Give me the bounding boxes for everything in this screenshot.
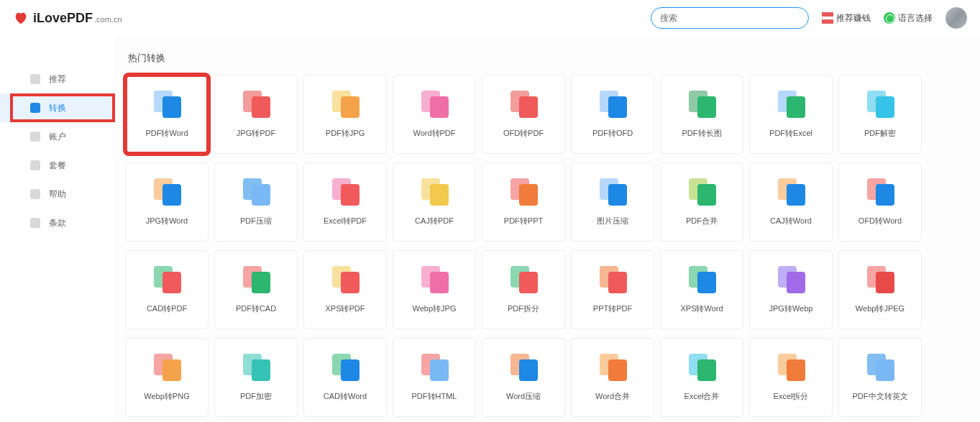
- card-label: PDF转长图: [682, 128, 722, 139]
- main-content[interactable]: 热门转换 PDF转WordJPG转PDFPDF转JPGWord转PDFOFD转P…: [115, 36, 980, 422]
- convert-card[interactable]: Excel转PDF: [303, 162, 387, 242]
- file-convert-icon: [418, 178, 450, 204]
- sidebar-item-help[interactable]: 帮助: [0, 180, 115, 208]
- convert-card[interactable]: PDF中文转英文: [838, 338, 922, 417]
- recommend-icon: [30, 74, 40, 84]
- card-label: Word转PDF: [413, 128, 455, 139]
- convert-card[interactable]: Excel拆分: [749, 338, 833, 417]
- card-label: PDF转HTML: [412, 391, 457, 402]
- file-convert-icon: [597, 178, 628, 204]
- card-label: PDF拆分: [508, 303, 539, 314]
- sidebar-item-label: 条款: [49, 217, 66, 229]
- file-convert-icon: [597, 354, 628, 380]
- convert-card[interactable]: Word转PDF: [393, 75, 476, 154]
- card-label: JPG转PDF: [237, 128, 275, 139]
- card-label: Webp转JPEG: [856, 303, 905, 314]
- convert-card[interactable]: Word压缩: [482, 338, 565, 417]
- card-label: PDF加密: [240, 391, 272, 402]
- file-convert-icon: [329, 354, 361, 380]
- convert-card[interactable]: JPG转Word: [125, 162, 209, 242]
- sidebar-item-label: 转换: [49, 102, 66, 114]
- convert-card[interactable]: PDF加密: [214, 338, 298, 417]
- convert-card[interactable]: PDF解密: [838, 75, 922, 154]
- card-label: PDF转CAD: [236, 303, 276, 314]
- file-convert-icon: [686, 91, 718, 116]
- card-label: CAJ转Word: [770, 216, 812, 226]
- convert-card[interactable]: JPG转Webp: [749, 250, 833, 329]
- sidebar-item-convert[interactable]: 转换: [0, 93, 115, 122]
- conversion-grid: PDF转WordJPG转PDFPDF转JPGWord转PDFOFD转PDFPDF…: [125, 75, 970, 417]
- card-label: OFD转PDF: [503, 128, 544, 139]
- file-convert-icon: [775, 354, 807, 380]
- convert-card[interactable]: Webp转PNG: [125, 338, 209, 417]
- referral-link[interactable]: 推荐赚钱: [822, 12, 871, 24]
- convert-card[interactable]: PDF转PPT: [482, 162, 565, 242]
- card-label: PDF压缩: [240, 216, 272, 226]
- convert-card[interactable]: PPT转PDF: [571, 250, 654, 329]
- file-convert-icon: [240, 354, 272, 380]
- file-convert-icon: [775, 178, 807, 204]
- convert-icon: [30, 103, 40, 113]
- file-convert-icon: [775, 91, 807, 116]
- card-label: PDF转PPT: [504, 216, 543, 226]
- convert-card[interactable]: Word合并: [571, 338, 654, 417]
- file-convert-icon: [418, 354, 450, 380]
- plan-icon: [30, 160, 40, 170]
- globe-icon: [884, 12, 895, 24]
- card-label: PDF解密: [864, 128, 896, 139]
- file-convert-icon: [597, 266, 628, 292]
- card-label: JPG转Word: [146, 216, 188, 226]
- card-label: CAD转Word: [324, 391, 367, 402]
- card-label: PDF转Word: [145, 128, 188, 139]
- search-input[interactable]: [660, 13, 800, 23]
- file-convert-icon: [418, 91, 450, 116]
- sidebar-item-recommend[interactable]: 推荐: [0, 65, 115, 93]
- avatar[interactable]: [945, 7, 967, 29]
- convert-card[interactable]: PDF压缩: [214, 162, 298, 242]
- file-convert-icon: [864, 91, 896, 116]
- language-selector[interactable]: 语言选择: [884, 12, 933, 24]
- file-convert-icon: [508, 178, 539, 204]
- convert-card[interactable]: PDF拆分: [482, 250, 565, 329]
- sidebar-item-account[interactable]: 账户: [0, 122, 115, 151]
- convert-card[interactable]: CAD转PDF: [125, 250, 209, 329]
- search-box[interactable]: [651, 7, 809, 29]
- file-convert-icon: [240, 266, 272, 292]
- convert-card[interactable]: PDF转长图: [660, 75, 743, 154]
- convert-card[interactable]: PDF转JPG: [303, 75, 387, 154]
- convert-card[interactable]: PDF转CAD: [214, 250, 298, 329]
- sidebar-item-plan[interactable]: 套餐: [0, 151, 115, 180]
- brand[interactable]: iLovePDF.com.cn: [33, 11, 122, 26]
- file-convert-icon: [686, 178, 718, 204]
- convert-card[interactable]: Webp转JPG: [393, 250, 476, 329]
- card-label: PPT转PDF: [593, 303, 632, 314]
- convert-card[interactable]: PDF转HTML: [393, 338, 476, 417]
- convert-card[interactable]: 图片压缩: [571, 162, 654, 242]
- referral-label: 推荐赚钱: [836, 12, 871, 24]
- heart-logo-icon: [13, 10, 29, 26]
- sidebar-item-terms[interactable]: 条款: [0, 208, 115, 237]
- convert-card[interactable]: CAJ转Word: [749, 162, 833, 242]
- card-label: PDF转JPG: [326, 128, 365, 139]
- convert-card[interactable]: PDF合并: [660, 162, 743, 242]
- convert-card[interactable]: Webp转JPEG: [838, 250, 922, 329]
- file-convert-icon: [240, 91, 272, 116]
- file-convert-icon: [329, 178, 361, 204]
- convert-card[interactable]: JPG转PDF: [214, 75, 298, 154]
- convert-card[interactable]: PDF转OFD: [571, 75, 654, 154]
- convert-card[interactable]: PDF转Excel: [749, 75, 833, 154]
- language-label: 语言选择: [898, 12, 933, 24]
- card-label: Webp转PNG: [144, 391, 189, 402]
- convert-card[interactable]: CAJ转PDF: [393, 162, 476, 242]
- convert-card[interactable]: PDF转Word: [125, 75, 209, 154]
- header: iLovePDF.com.cn 推荐赚钱 语言选择: [0, 0, 980, 36]
- convert-card[interactable]: Excel合并: [660, 338, 743, 417]
- card-label: XPS转Word: [680, 303, 723, 314]
- convert-card[interactable]: XPS转Word: [660, 250, 743, 329]
- convert-card[interactable]: OFD转Word: [838, 162, 922, 242]
- convert-card[interactable]: XPS转PDF: [303, 250, 387, 329]
- card-label: PDF转Excel: [769, 128, 812, 139]
- convert-card[interactable]: OFD转PDF: [482, 75, 565, 154]
- file-convert-icon: [418, 266, 450, 292]
- convert-card[interactable]: CAD转Word: [303, 338, 387, 417]
